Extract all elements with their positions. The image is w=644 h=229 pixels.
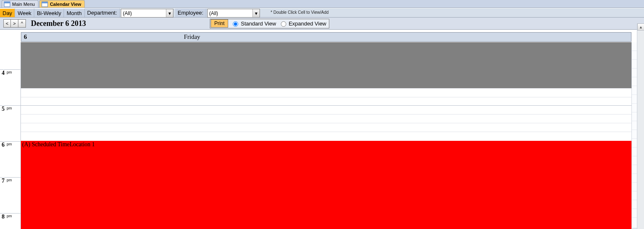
next-button[interactable]: > <box>11 19 18 28</box>
svg-rect-3 <box>42 2 48 3</box>
tab-label: Calendar View <box>50 2 81 7</box>
tab-label: Main Menu <box>12 2 35 7</box>
standard-view-input[interactable] <box>233 21 238 27</box>
calendar-cell[interactable] <box>21 88 631 97</box>
expanded-view-radio[interactable]: Expanded View <box>279 20 326 27</box>
up-button[interactable]: ^ <box>18 19 26 28</box>
event-label: (A) Scheduled TimeLocation 1 <box>22 141 95 148</box>
chevron-down-icon: ▾ <box>166 9 173 17</box>
form-icon <box>4 1 10 7</box>
date-bar: < > ^ December 6 2013 Print Standard Vie… <box>0 18 644 29</box>
day-header: 6 Friday <box>21 32 631 42</box>
calendar-grid: 6 Friday 4 pm 5 pm 6 pm 7 <box>0 29 644 228</box>
caret-up-icon: ▲ <box>639 25 643 29</box>
pm-label: pm <box>7 106 12 110</box>
event-block-red[interactable]: (A) Scheduled TimeLocation 1 <box>21 141 631 229</box>
calendar-cell[interactable] <box>21 97 631 106</box>
view-day[interactable]: Day <box>0 8 15 17</box>
time-4pm: 4 <box>2 70 5 76</box>
standard-view-label: Standard View <box>241 20 276 27</box>
department-combo[interactable]: (All) ▾ <box>121 9 173 18</box>
day-number: 6 <box>21 33 30 41</box>
tab-calendar-view[interactable]: Calendar View <box>39 0 85 8</box>
pm-label: pm <box>7 142 12 146</box>
grid-inner: 4 pm 5 pm 6 pm 7 pm 8 pm <box>0 42 631 228</box>
time-gutter: 4 pm 5 pm 6 pm 7 pm 8 pm <box>0 42 21 228</box>
calendar-cell[interactable] <box>21 132 631 140</box>
hint-text: * Double Click Cell to View/Add <box>262 8 329 17</box>
svg-rect-1 <box>4 2 10 3</box>
pm-label: pm <box>7 178 12 182</box>
tab-main-menu[interactable]: Main Menu <box>2 0 38 8</box>
form-icon <box>41 1 48 7</box>
event-block-grey[interactable] <box>21 42 631 88</box>
pm-label: pm <box>7 214 12 218</box>
scroll-up-button[interactable]: ▲ <box>637 23 644 31</box>
employee-label: Employee: <box>175 8 206 17</box>
department-label: Department: <box>85 8 120 17</box>
standard-view-radio[interactable]: Standard View <box>231 20 276 27</box>
calendar-cell[interactable] <box>21 114 631 123</box>
view-biweekly[interactable]: Bi-Weekly <box>34 8 64 17</box>
department-value: (All) <box>123 10 132 16</box>
vertical-scrollbar[interactable]: ▲ <box>637 23 644 229</box>
time-7pm: 7 <box>2 178 5 184</box>
print-area: Print Standard View Expanded View <box>210 19 329 28</box>
day-name: Friday <box>184 33 200 41</box>
time-8pm: 8 <box>2 214 5 220</box>
time-5pm: 5 <box>2 106 5 112</box>
slot-area: (A) Scheduled TimeLocation 1 <box>21 42 631 228</box>
nav-group: < > ^ <box>3 19 26 28</box>
app-window: Main Menu Calendar View Day Week Bi-Week… <box>0 0 644 229</box>
employee-combo[interactable]: (All) ▾ <box>207 9 260 18</box>
prev-button[interactable]: < <box>3 19 11 28</box>
expanded-view-label: Expanded View <box>289 20 326 27</box>
document-tabs: Main Menu Calendar View <box>0 0 644 8</box>
employee-value: (All) <box>209 10 218 16</box>
chevron-down-icon: ▾ <box>252 9 260 17</box>
expanded-view-input[interactable] <box>281 21 286 27</box>
calendar-cell[interactable] <box>21 123 631 132</box>
view-week[interactable]: Week <box>15 8 34 17</box>
time-6pm: 6 <box>2 142 5 148</box>
toolbar: Day Week Bi-Weekly Month Department: (Al… <box>0 8 644 18</box>
view-month[interactable]: Month <box>64 8 84 17</box>
print-button[interactable]: Print <box>211 19 229 28</box>
date-title: December 6 2013 <box>31 19 86 28</box>
pm-label: pm <box>7 70 12 74</box>
calendar-cell[interactable] <box>21 105 631 114</box>
